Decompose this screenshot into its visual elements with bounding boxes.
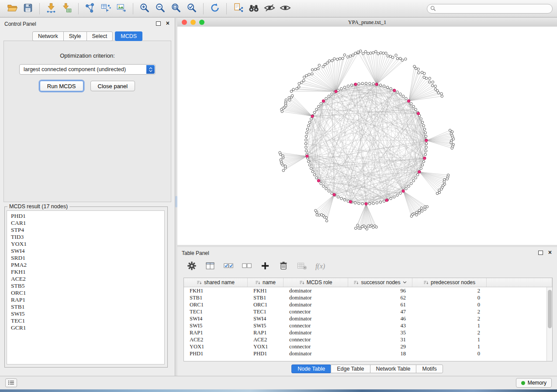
network-node[interactable]	[331, 59, 334, 62]
network-node[interactable]	[428, 81, 431, 83]
network-node[interactable]	[382, 52, 385, 55]
show-details-button[interactable]	[277, 2, 293, 16]
network-node[interactable]	[389, 55, 392, 58]
network-node[interactable]	[379, 201, 382, 203]
close-control-panel-button[interactable]: ×	[166, 20, 170, 27]
import-table-disabled-button[interactable]	[295, 260, 308, 272]
search-input[interactable]	[427, 4, 553, 14]
table-row[interactable]: YOX1YOX1connector291	[184, 343, 552, 350]
network-node[interactable]	[360, 50, 362, 52]
memory-button[interactable]: Memory	[516, 378, 552, 388]
network-node[interactable]	[410, 182, 413, 185]
network-node[interactable]	[315, 177, 318, 179]
network-node[interactable]	[367, 225, 370, 227]
network-hub-node[interactable]	[375, 83, 378, 86]
network-node[interactable]	[425, 135, 427, 138]
network-node[interactable]	[361, 203, 364, 205]
network-node[interactable]	[317, 67, 319, 70]
network-node[interactable]	[331, 93, 333, 96]
tab-style[interactable]: Style	[63, 31, 87, 41]
network-hub-node[interactable]	[349, 200, 352, 203]
tab-motifs[interactable]: Motifs	[416, 364, 443, 373]
tab-network[interactable]: Network	[32, 31, 64, 41]
network-node[interactable]	[347, 85, 349, 87]
network-node[interactable]	[326, 62, 329, 65]
network-node[interactable]	[396, 57, 399, 60]
network-hub-node[interactable]	[365, 203, 367, 205]
network-node[interactable]	[393, 196, 395, 198]
network-node[interactable]	[420, 207, 423, 210]
network-hub-node[interactable]	[322, 100, 325, 102]
copy-view-button[interactable]	[230, 2, 246, 16]
network-node[interactable]	[328, 190, 330, 193]
network-node[interactable]	[340, 197, 343, 200]
network-hub-node[interactable]	[306, 155, 308, 158]
network-node[interactable]	[322, 65, 325, 68]
network-node[interactable]	[410, 215, 413, 217]
network-node[interactable]	[423, 72, 426, 75]
network-node[interactable]	[443, 181, 446, 183]
network-node[interactable]	[343, 199, 346, 201]
network-node[interactable]	[288, 96, 291, 99]
network-node[interactable]	[416, 174, 419, 176]
network-node[interactable]	[350, 84, 353, 86]
column-header-mcds-role[interactable]: MCDS role	[284, 278, 348, 287]
network-node[interactable]	[399, 192, 402, 195]
network-node[interactable]	[310, 118, 312, 120]
zoom-selected-button[interactable]	[184, 2, 200, 16]
zoom-fit-button[interactable]	[168, 2, 184, 16]
mcds-result-item[interactable]: CAR1	[11, 220, 164, 227]
mcds-result-item[interactable]: TID3	[11, 234, 164, 241]
network-node[interactable]	[432, 81, 434, 83]
network-node[interactable]	[401, 59, 404, 62]
table-row[interactable]: ORC1ORC1dominator610	[184, 301, 552, 308]
network-node[interactable]	[436, 192, 439, 195]
network-node[interactable]	[386, 86, 389, 89]
log-console-button[interactable]	[5, 378, 17, 387]
refresh-view-button[interactable]	[207, 2, 223, 16]
mcds-result-item[interactable]: STB1	[11, 303, 164, 310]
mcds-result-item[interactable]: YOX1	[11, 241, 164, 248]
network-node[interactable]	[395, 54, 398, 57]
network-node[interactable]	[352, 54, 354, 56]
network-node[interactable]	[303, 79, 305, 82]
network-node[interactable]	[346, 56, 349, 58]
zoom-out-button[interactable]	[152, 2, 168, 16]
criterion-select[interactable]: largest connected component (undirected)	[19, 64, 156, 75]
network-node[interactable]	[310, 167, 312, 170]
network-node[interactable]	[354, 52, 357, 55]
network-node[interactable]	[408, 185, 410, 188]
network-node[interactable]	[421, 121, 424, 124]
network-node[interactable]	[372, 83, 375, 85]
network-hub-node[interactable]	[393, 89, 396, 92]
scrollbar-thumb[interactable]	[548, 290, 552, 328]
import-table-button[interactable]	[59, 2, 75, 16]
import-network-button[interactable]	[43, 2, 59, 16]
network-node[interactable]	[285, 99, 287, 101]
tab-edge-table[interactable]: Edge Table	[331, 364, 370, 373]
network-node[interactable]	[375, 50, 377, 53]
network-node[interactable]	[424, 206, 426, 208]
close-panel-button[interactable]: Close panel	[90, 81, 135, 91]
run-mcds-button[interactable]: Run MCDS	[40, 81, 83, 91]
network-node[interactable]	[370, 52, 372, 55]
mcds-result-item[interactable]: ORC1	[11, 289, 164, 296]
network-node[interactable]	[380, 52, 382, 54]
network-node[interactable]	[424, 131, 427, 134]
network-node[interactable]	[405, 58, 407, 61]
network-node[interactable]	[305, 139, 308, 141]
network-node[interactable]	[405, 188, 408, 190]
network-node[interactable]	[423, 128, 426, 131]
table-row[interactable]: RAP1RAP1dominator352	[184, 329, 552, 336]
network-node[interactable]	[390, 197, 392, 200]
network-node[interactable]	[369, 83, 371, 85]
network-node[interactable]	[418, 72, 420, 74]
network-node[interactable]	[305, 150, 308, 152]
network-node[interactable]	[372, 52, 375, 54]
network-node[interactable]	[307, 160, 310, 163]
network-node[interactable]	[387, 55, 389, 57]
column-header-shared-name[interactable]: shared name	[184, 278, 248, 287]
network-node[interactable]	[412, 105, 415, 108]
network-node[interactable]	[449, 129, 451, 132]
mcds-result-item[interactable]: TEC1	[11, 317, 164, 324]
